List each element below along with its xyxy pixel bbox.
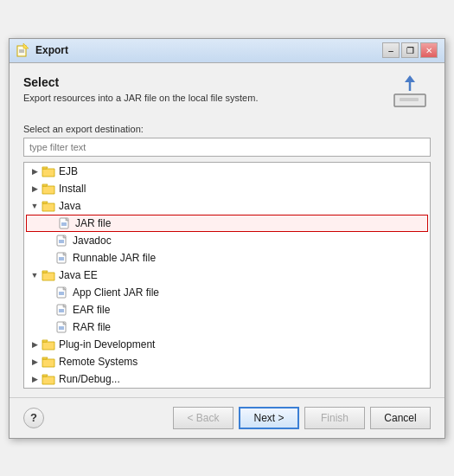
restore-button[interactable]: ❐ — [401, 42, 419, 58]
folder-svg — [42, 269, 55, 281]
export-icon — [393, 75, 431, 110]
filter-label: Select an export destination: — [23, 124, 431, 134]
file-svg — [55, 286, 69, 299]
next-button[interactable]: Next > — [239, 407, 299, 429]
title-bar: Export – ❐ ✕ — [10, 39, 444, 63]
tree-item-rar-file[interactable]: RAR file — [24, 318, 430, 336]
run-debug-arrow — [29, 374, 40, 384]
install-label: Install — [59, 183, 86, 195]
java-label: Java — [59, 200, 80, 212]
svg-rect-7 — [400, 98, 419, 101]
ejb-label: EJB — [59, 165, 78, 177]
app-client-jar-icon — [55, 286, 69, 299]
tree-item-javadoc[interactable]: Javadoc — [24, 232, 430, 249]
java-ee-label: Java EE — [59, 269, 98, 281]
tree-item-app-client-jar[interactable]: App Client JAR file — [24, 284, 430, 301]
ear-file-icon — [55, 304, 69, 316]
java-folder-icon — [42, 200, 55, 212]
svg-marker-6 — [405, 75, 415, 82]
jar-file-icon — [58, 217, 72, 229]
javadoc-label: Javadoc — [73, 235, 112, 247]
section-title: Select — [23, 75, 393, 89]
ejb-folder-icon — [42, 165, 55, 177]
export-svg-icon — [393, 75, 431, 110]
dialog-content: Select Export resources into a JAR file … — [10, 63, 444, 397]
plugin-dev-label: Plug-in Development — [59, 338, 155, 351]
tree-item-plugin-dev[interactable]: Plug-in Development — [24, 336, 430, 353]
install-folder-icon — [42, 183, 55, 195]
window-title: Export — [35, 44, 68, 56]
folder-svg — [42, 356, 55, 368]
ejb-arrow — [29, 166, 40, 177]
remote-systems-folder-icon — [42, 356, 55, 368]
folder-svg — [42, 165, 55, 177]
tree-item-java[interactable]: Java — [24, 197, 430, 215]
file-svg — [55, 304, 69, 316]
plugin-dev-arrow — [29, 339, 40, 350]
section-description: Export resources into a JAR file on the … — [23, 93, 393, 103]
app-client-jar-label: App Client JAR file — [73, 286, 159, 299]
install-arrow — [29, 183, 40, 194]
plugin-dev-folder-icon — [42, 338, 55, 351]
finish-button[interactable]: Finish — [304, 407, 365, 429]
header-area: Select Export resources into a JAR file … — [23, 75, 431, 113]
close-button[interactable]: ✕ — [420, 42, 438, 58]
folder-svg — [42, 338, 55, 351]
title-bar-left: Export — [16, 43, 68, 57]
filter-input[interactable] — [23, 138, 431, 157]
file-svg — [55, 252, 69, 264]
tree-item-remote-systems[interactable]: Remote Systems — [24, 353, 430, 370]
svg-marker-1 — [23, 43, 29, 48]
run-debug-label: Run/Debug... — [59, 373, 120, 385]
tree-item-ear-file[interactable]: EAR file — [24, 301, 430, 318]
tree-item-run-debug[interactable]: Run/Debug... — [24, 370, 430, 388]
tree-container[interactable]: EJB Install — [23, 162, 431, 389]
file-svg — [55, 321, 69, 333]
minimize-button[interactable]: – — [382, 42, 400, 58]
tree-item-runnable-jar[interactable]: Runnable JAR file — [24, 249, 430, 267]
folder-svg — [42, 373, 55, 385]
dialog-footer: ? < Back Next > Finish Cancel — [10, 397, 444, 438]
title-bar-buttons: – ❐ ✕ — [382, 42, 438, 58]
remote-systems-arrow — [29, 357, 40, 367]
tree-item-jar-file[interactable]: JAR file — [26, 215, 428, 232]
rar-file-label: RAR file — [73, 321, 111, 333]
runnable-jar-label: Runnable JAR file — [73, 252, 156, 264]
file-svg — [55, 235, 69, 247]
tree-item-java-ee[interactable]: Java EE — [24, 267, 430, 284]
back-button[interactable]: < Back — [173, 407, 233, 429]
java-arrow — [29, 201, 40, 211]
java-ee-folder-icon — [42, 269, 55, 281]
ear-file-label: EAR file — [73, 304, 110, 316]
footer-left: ? — [23, 408, 44, 428]
jar-file-label: JAR file — [75, 217, 111, 229]
window-icon — [16, 43, 30, 57]
footer-buttons: < Back Next > Finish Cancel — [173, 407, 431, 429]
cancel-button[interactable]: Cancel — [370, 407, 431, 429]
java-ee-arrow — [29, 270, 40, 280]
export-dialog: Export – ❐ ✕ Select Export resources int… — [9, 38, 445, 439]
tree-item-install[interactable]: Install — [24, 180, 430, 197]
run-debug-folder-icon — [42, 373, 55, 385]
file-svg — [58, 217, 72, 229]
header-text: Select Export resources into a JAR file … — [23, 75, 393, 113]
folder-svg — [42, 183, 55, 195]
remote-systems-label: Remote Systems — [59, 356, 137, 368]
javadoc-icon — [55, 235, 69, 247]
help-button[interactable]: ? — [23, 408, 44, 428]
folder-svg — [42, 200, 55, 212]
tree-item-ejb[interactable]: EJB — [24, 163, 430, 180]
rar-file-icon — [55, 321, 69, 333]
runnable-jar-icon — [55, 252, 69, 264]
